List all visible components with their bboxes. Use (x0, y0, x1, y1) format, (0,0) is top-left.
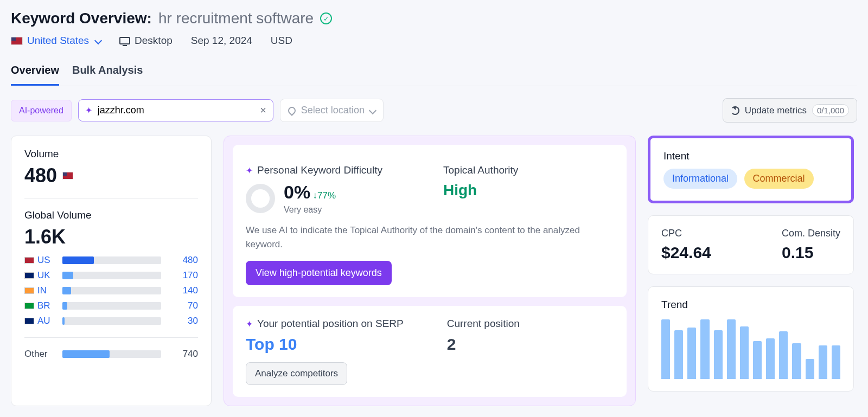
trend-chart (661, 319, 840, 379)
location-selector[interactable]: Select location (280, 99, 384, 122)
trend-bar (727, 319, 736, 379)
current-position-label: Current position (447, 318, 520, 330)
trend-bar (792, 343, 801, 379)
country-volume-row[interactable]: AU 30 (24, 316, 198, 326)
country-code: BR (24, 300, 62, 311)
country-volume-row[interactable]: BR 70 (24, 300, 198, 311)
sparkle-icon: ✦ (246, 319, 253, 329)
country-volume-value: 140 (171, 285, 198, 296)
desktop-icon (119, 37, 130, 44)
country-selector[interactable]: United States (11, 35, 101, 47)
country-volume-value: 30 (171, 316, 198, 326)
intent-commercial-pill[interactable]: Commercial (744, 169, 814, 189)
topical-authority-value: High (443, 182, 614, 199)
trend-bar (661, 319, 670, 379)
device-label: Desktop (135, 35, 173, 47)
trend-bar (687, 328, 696, 379)
pin-icon (286, 105, 297, 116)
flag-icon (24, 257, 34, 264)
trend-bar (832, 345, 840, 379)
tab-overview[interactable]: Overview (11, 61, 59, 86)
trend-bar (674, 330, 683, 379)
flag-icon (24, 318, 34, 324)
country-code: AU (24, 316, 62, 326)
verified-check-icon: ✓ (320, 12, 332, 24)
domain-input-wrapper[interactable]: ✦ × (78, 99, 273, 121)
country-other-label: Other (24, 349, 62, 360)
device-indicator: Desktop (119, 35, 173, 47)
country-volume-row[interactable]: UK 170 (24, 270, 198, 281)
volume-card: Volume 480 Global Volume 1.6K US 480UK 1… (11, 136, 212, 406)
pkd-delta: ↓77% (313, 190, 336, 201)
country-label: United States (27, 35, 89, 47)
potential-position-value: Top 10 (246, 335, 404, 354)
cpc-card: CPC $24.64 Com. Density 0.15 (648, 215, 854, 274)
country-volume-value: 480 (171, 255, 198, 266)
ai-powered-badge: AI-powered (11, 100, 72, 121)
chevron-down-icon (94, 37, 102, 44)
trend-bar (806, 359, 814, 379)
current-position-value: 2 (447, 335, 520, 354)
trend-bar (766, 338, 775, 379)
view-high-potential-button[interactable]: View high-potential keywords (246, 261, 392, 285)
country-code: IN (24, 285, 62, 296)
page-title-keyword: hr recruitment software (158, 10, 314, 27)
cpc-value: $24.64 (661, 243, 711, 262)
country-volume-row[interactable]: IN 140 (24, 285, 198, 296)
global-volume-value: 1.6K (24, 226, 66, 248)
volume-value: 480 (24, 164, 57, 187)
com-density-label: Com. Density (782, 228, 840, 239)
potential-position-label: Your potential position on SERP (257, 318, 404, 330)
chevron-down-icon (369, 106, 376, 114)
trend-bar (819, 345, 827, 379)
difficulty-donut-icon (246, 184, 275, 213)
sparkle-icon: ✦ (85, 105, 92, 116)
domain-input[interactable] (98, 105, 254, 116)
update-count: 0/1,000 (812, 104, 849, 117)
trend-bar (740, 326, 749, 379)
trend-bar (714, 330, 723, 379)
com-density-value: 0.15 (782, 243, 840, 262)
cpc-label: CPC (661, 228, 711, 239)
country-volume-value: 170 (171, 270, 198, 281)
pkd-sub: Very easy (284, 205, 336, 215)
flag-icon (24, 272, 34, 279)
flag-icon (24, 303, 34, 309)
update-metrics-button[interactable]: Update metrics 0/1,000 (723, 98, 857, 123)
location-placeholder: Select location (301, 105, 365, 116)
flag-icon (24, 287, 34, 294)
topical-authority-label: Topical Authority (443, 164, 614, 176)
pkd-card: ✦Personal Keyword Difficulty 0% ↓77% Ver… (233, 145, 627, 297)
global-volume-label: Global Volume (24, 209, 198, 221)
trend-card: Trend (648, 286, 854, 392)
intent-title: Intent (663, 150, 838, 162)
intent-card: Intent Informational Commercial (648, 136, 854, 203)
intent-informational-pill[interactable]: Informational (663, 169, 737, 189)
pkd-value: 0% (284, 182, 310, 202)
clear-input-icon[interactable]: × (260, 104, 266, 117)
currency-label: USD (271, 35, 292, 47)
trend-bar (700, 319, 709, 379)
serp-card: ✦Your potential position on SERP Top 10 … (233, 306, 627, 397)
country-volume-value: 70 (171, 300, 198, 311)
trend-bar (779, 331, 788, 379)
country-code: US (24, 255, 62, 266)
country-code: UK (24, 270, 62, 281)
volume-label: Volume (24, 148, 198, 160)
page-title-label: Keyword Overview: (11, 10, 152, 27)
pkd-title: Personal Keyword Difficulty (257, 164, 382, 176)
country-volume-row[interactable]: US 480 (24, 255, 198, 266)
analyze-competitors-button[interactable]: Analyze competitors (246, 362, 347, 385)
trend-title: Trend (661, 299, 840, 311)
sparkle-icon: ✦ (246, 165, 253, 176)
ai-note: We use AI to indicate the Topical Author… (246, 223, 614, 251)
date-label: Sep 12, 2024 (191, 35, 252, 47)
update-metrics-label: Update metrics (745, 105, 807, 116)
flag-us-icon (62, 172, 73, 179)
trend-bar (753, 341, 762, 379)
flag-us-icon (11, 37, 23, 45)
tab-bulk-analysis[interactable]: Bulk Analysis (72, 61, 143, 86)
ai-panel: ✦Personal Keyword Difficulty 0% ↓77% Ver… (224, 136, 636, 406)
refresh-icon (731, 106, 739, 115)
country-other-value: 740 (171, 349, 198, 360)
